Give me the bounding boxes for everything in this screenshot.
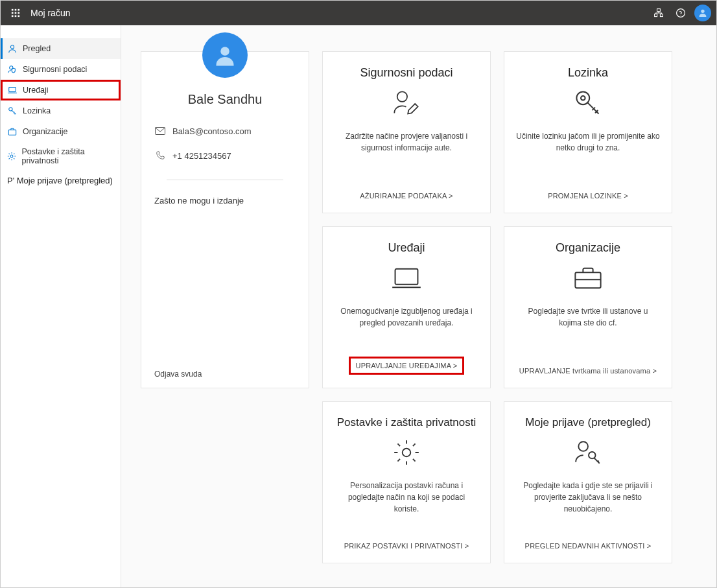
sidebar-item-my-signins[interactable]: P' Moje prijave (pretpregled) bbox=[1, 171, 121, 191]
divider bbox=[167, 180, 283, 180]
card-title: Moje prijave (pretpregled) bbox=[525, 416, 651, 429]
user-avatar-button[interactable] bbox=[694, 5, 711, 21]
svg-rect-11 bbox=[660, 14, 663, 17]
svg-rect-4 bbox=[15, 12, 17, 14]
mail-icon bbox=[154, 125, 166, 137]
gear-large-icon bbox=[391, 437, 422, 468]
svg-rect-26 bbox=[395, 269, 418, 285]
settings-privacy-card: Postavke i zaštita privatnosti Personali… bbox=[322, 401, 491, 563]
svg-rect-8 bbox=[18, 16, 20, 18]
svg-rect-5 bbox=[18, 12, 20, 14]
change-password-link[interactable]: PROMJENA LOZINKE > bbox=[548, 192, 628, 200]
card-description: Personalizacija postavki računa i pogled… bbox=[335, 480, 478, 515]
sidebar-item-label: Sigurnosni podaci bbox=[23, 65, 87, 74]
person-key-icon bbox=[572, 437, 604, 468]
svg-point-28 bbox=[403, 449, 411, 457]
sidebar-item-label: Postavke i zaštita privatnosti bbox=[21, 147, 114, 165]
sidebar: Pregled Sigurnosni podaci Uređaji Lozink… bbox=[1, 25, 121, 587]
svg-point-20 bbox=[10, 155, 13, 158]
svg-point-21 bbox=[220, 47, 229, 56]
svg-point-15 bbox=[10, 45, 14, 49]
svg-point-25 bbox=[581, 96, 585, 100]
sidebar-item-label: Organizacije bbox=[23, 127, 67, 136]
org-icon[interactable] bbox=[648, 2, 670, 24]
key-icon bbox=[7, 106, 18, 116]
card-title: Postavke i zaštita privatnosti bbox=[337, 416, 476, 429]
svg-rect-0 bbox=[12, 9, 14, 11]
sidebar-item-label: Lozinka bbox=[23, 106, 51, 115]
signout-everywhere-link[interactable]: Odjava svuda bbox=[154, 370, 202, 379]
svg-rect-10 bbox=[655, 14, 657, 17]
topbar: Moj račun bbox=[1, 1, 716, 25]
main-content: Bale Sandhu BalaS@contoso.com +1 4251234… bbox=[121, 25, 716, 587]
svg-point-13 bbox=[681, 16, 681, 16]
sidebar-item-security-info[interactable]: Sigurnosni podaci bbox=[1, 59, 121, 80]
sidebar-item-label: P' Moje prijave (pretpregled) bbox=[7, 176, 113, 185]
card-description: Pogledajte kada i gdje ste se prijavili … bbox=[516, 480, 660, 515]
svg-rect-19 bbox=[8, 130, 16, 135]
svg-point-29 bbox=[578, 441, 588, 451]
shield-person-icon bbox=[7, 64, 18, 75]
manage-orgs-link[interactable]: UPRAVLJANJE tvrtkama ili ustanovama > bbox=[519, 367, 657, 375]
svg-rect-27 bbox=[575, 272, 600, 288]
briefcase-icon bbox=[7, 126, 18, 137]
password-card: Lozinka Učinite lozinku jačom ili je pro… bbox=[504, 51, 672, 213]
review-activity-link[interactable]: PREGLED NEDAVNIH AKTIVNOSTI > bbox=[525, 542, 652, 550]
organizations-card: Organizacije Pogledajte sve tvrtke ili u… bbox=[504, 226, 672, 388]
card-title: Sigurnosni podaci bbox=[360, 66, 453, 80]
profile-phone-row: +1 4251234567 bbox=[154, 150, 231, 161]
card-title: Organizacije bbox=[556, 241, 620, 255]
update-info-link[interactable]: AŽURIRANJE PODATAKA > bbox=[360, 192, 453, 200]
app-launcher-icon[interactable] bbox=[6, 3, 25, 23]
svg-rect-2 bbox=[18, 9, 20, 11]
svg-rect-17 bbox=[9, 88, 16, 92]
svg-rect-1 bbox=[15, 9, 17, 11]
laptop-large-icon bbox=[391, 263, 422, 294]
svg-rect-9 bbox=[657, 9, 661, 12]
profile-phone: +1 4251234567 bbox=[172, 151, 231, 161]
laptop-icon bbox=[7, 85, 18, 95]
sidebar-item-devices[interactable]: Uređaji bbox=[1, 80, 121, 100]
profile-why-link[interactable]: Zašto ne mogu i izdanje bbox=[154, 196, 244, 206]
help-icon[interactable] bbox=[670, 2, 692, 24]
svg-rect-6 bbox=[12, 16, 14, 18]
sidebar-item-password[interactable]: Lozinka bbox=[1, 100, 121, 121]
sidebar-item-organizations[interactable]: Organizacije bbox=[1, 121, 121, 142]
card-description: Pogledajte sve tvrtke ili ustanove u koj… bbox=[516, 305, 660, 329]
card-title: Lozinka bbox=[568, 66, 608, 80]
gear-icon bbox=[7, 151, 16, 161]
svg-rect-3 bbox=[12, 12, 14, 14]
card-description: Onemogućivanje izgubljenog uređaja i pre… bbox=[335, 305, 478, 329]
manage-devices-link[interactable]: UPRAVLJANJE UREĐAJIMA > bbox=[349, 357, 465, 375]
profile-email: BalaS@contoso.com bbox=[172, 126, 252, 136]
profile-name: Bale Sandhu bbox=[188, 92, 263, 107]
svg-point-14 bbox=[701, 10, 704, 13]
security-info-card: Sigurnosni podaci Zadržite načine provje… bbox=[322, 51, 491, 213]
svg-rect-7 bbox=[15, 16, 17, 18]
svg-point-23 bbox=[397, 91, 407, 101]
key-large-icon bbox=[572, 88, 604, 119]
card-description: Učinite lozinku jačom ili je promijenite… bbox=[516, 130, 660, 154]
profile-avatar bbox=[202, 32, 248, 78]
profile-card: Bale Sandhu BalaS@contoso.com +1 4251234… bbox=[141, 51, 309, 388]
my-signins-card: Moje prijave (pretpregled) Pogledajte ka… bbox=[504, 401, 672, 563]
phone-icon bbox=[154, 150, 166, 161]
view-settings-link[interactable]: PRIKAZ POSTAVKI I PRIVATNOSTI > bbox=[344, 542, 469, 550]
briefcase-large-icon bbox=[572, 263, 604, 294]
person-icon bbox=[7, 43, 18, 54]
person-edit-icon bbox=[391, 88, 422, 119]
profile-email-row: BalaS@contoso.com bbox=[154, 125, 252, 137]
devices-card: Uređaji Onemogućivanje izgubljenog uređa… bbox=[322, 226, 491, 388]
card-description: Zadržite načine provjere valjanosti i si… bbox=[335, 130, 478, 154]
sidebar-item-settings-privacy[interactable]: Postavke i zaštita privatnosti bbox=[1, 142, 121, 171]
sidebar-item-label: Pregled bbox=[23, 44, 51, 53]
sidebar-item-overview[interactable]: Pregled bbox=[1, 38, 121, 59]
card-title: Uređaji bbox=[388, 241, 425, 255]
app-title: Moj račun bbox=[30, 8, 70, 18]
svg-rect-22 bbox=[156, 128, 165, 135]
sidebar-item-label: Uređaji bbox=[23, 86, 49, 95]
